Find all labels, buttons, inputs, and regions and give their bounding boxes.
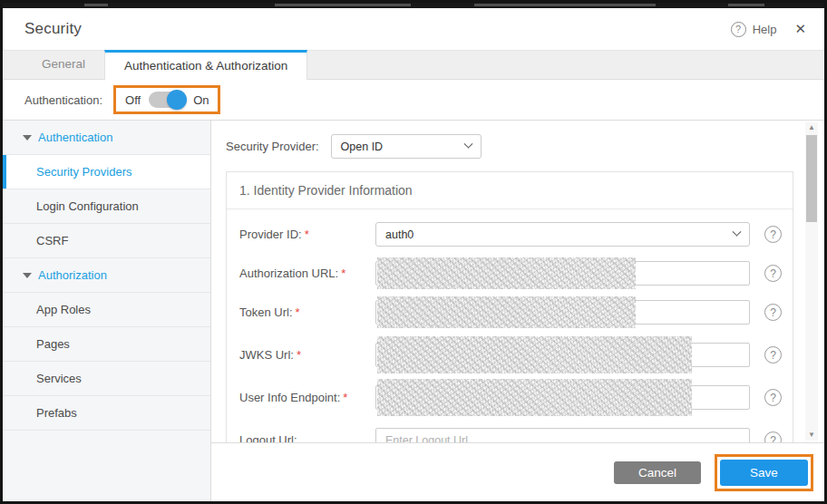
field-row-user-info-endpoint: User Info Endpoint:* ? [227,380,793,415]
user-info-endpoint-label: User Info Endpoint: [239,391,340,404]
sidebar-item-security-providers[interactable]: Security Providers [3,155,210,189]
token-url-input[interactable] [375,300,750,325]
toggle-on-label: On [193,93,209,107]
provider-id-select[interactable]: auth0 [375,222,750,247]
toggle-off-label: Off [125,93,141,107]
sidebar-group-authentication[interactable]: Authentication [3,121,210,155]
provider-id-help-icon[interactable]: ? [764,226,782,243]
required-mark: * [297,348,301,362]
provider-id-label: Provider ID: [239,228,302,241]
highlight-box-save: Save [715,454,813,491]
tab-authentication-authorization[interactable]: Authentication & Authorization [104,50,307,80]
dialog-titlebar: Security ? Help ✕ [3,8,824,50]
tab-general[interactable]: General [23,49,104,79]
background-app-strip [3,3,824,8]
security-provider-row: Security Provider: Open ID [226,134,793,159]
field-row-logout-url: Logout Url: ? [227,422,793,443]
field-row-provider-id: Provider ID:* auth0 ? [227,217,793,252]
security-dialog: Security ? Help ✕ General Authentication… [0,0,827,504]
user-info-endpoint-help-icon[interactable]: ? [764,389,782,406]
sidebar-item-prefabs[interactable]: Prefabs [3,396,210,431]
authentication-toggle[interactable] [149,92,185,108]
tab-bar: General Authentication & Authorization [3,50,824,80]
sidebar-group-authorization[interactable]: Authorization [3,258,210,293]
help-label: Help [753,23,777,36]
logout-url-input[interactable] [375,428,750,443]
dialog-title: Security [24,20,731,38]
dialog-footer: Cancel Save [211,443,824,501]
form-scroll-area: Security Provider: Open ID 1. Identity P… [211,121,824,443]
identity-provider-section: 1. Identity Provider Information Provide… [226,171,793,443]
jwks-url-input[interactable] [375,343,750,367]
close-icon[interactable]: ✕ [794,21,806,37]
authentication-label: Authentication: [24,93,102,107]
jwks-url-label: JWKS Url: [239,348,294,362]
security-provider-select[interactable]: Open ID [331,134,482,159]
sidebar-item-services[interactable]: Services [3,362,210,396]
authorization-url-help-icon[interactable]: ? [764,265,782,282]
field-row-authorization-url: Authorization URL:* ? [227,256,793,291]
caret-down-icon [23,135,32,141]
scrollbar-thumb[interactable] [806,135,817,222]
dialog-body: Authentication Security Providers Login … [3,121,824,501]
required-mark: * [343,391,347,404]
authorization-url-label: Authorization URL: [239,267,338,280]
scroll-down-icon[interactable]: ▼ [808,430,815,441]
scrollbar-track[interactable] [805,133,818,430]
sidebar-item-pages[interactable]: Pages [3,327,210,362]
logout-url-label: Logout Url: [239,433,297,443]
save-button[interactable]: Save [720,460,808,486]
jwks-url-help-icon[interactable]: ? [764,346,782,363]
sidebar-item-csrf[interactable]: CSRF [3,224,210,258]
help-icon: ? [731,22,746,37]
authentication-toggle-row: Authentication: Off On [3,80,824,121]
settings-sidebar: Authentication Security Providers Login … [3,121,211,501]
scroll-up-icon[interactable]: ▲ [808,122,815,133]
chevron-down-icon [733,228,742,237]
chevron-down-icon [463,140,472,149]
field-row-token-url: Token Url:* ? [227,295,793,330]
sidebar-item-login-configuration[interactable]: Login Configuration [3,189,210,224]
security-provider-value: Open ID [341,141,384,153]
field-row-jwks-url: JWKS Url:* ? [227,337,793,373]
required-mark: * [341,267,345,280]
provider-form-panel: Security Provider: Open ID 1. Identity P… [211,121,824,501]
security-provider-label: Security Provider: [226,140,319,153]
user-info-endpoint-input[interactable] [375,385,750,410]
section-title: 1. Identity Provider Information [227,172,793,209]
cancel-button[interactable]: Cancel [614,461,701,484]
token-url-label: Token Url: [239,305,293,319]
logout-url-help-icon[interactable]: ? [764,431,782,443]
help-button[interactable]: ? Help [731,22,777,37]
required-mark: * [296,305,300,319]
vertical-scrollbar: ▲ ▼ [805,122,818,441]
highlight-box-toggle: Off On [113,85,220,114]
token-url-help-icon[interactable]: ? [764,304,782,321]
caret-down-icon [23,273,32,278]
provider-id-value: auth0 [385,228,414,241]
required-mark: * [305,228,309,241]
authorization-url-input[interactable] [375,261,750,286]
toggle-knob [167,90,187,110]
sidebar-item-app-roles[interactable]: App Roles [3,293,210,327]
